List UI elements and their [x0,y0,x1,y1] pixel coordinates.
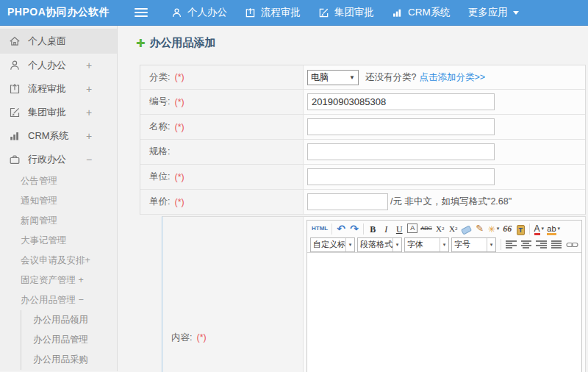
spec-input[interactable] [307,143,495,160]
undo-button[interactable]: ↶ [336,222,346,235]
nav-label: 集团审批 [334,6,374,19]
sidebar-item-office-supplies-mgmt[interactable]: 办公用品管理 − [0,290,117,310]
top-nav: 个人办公 流程审批 集团审批 CRM系统 更多应用 [171,6,519,19]
category-select[interactable]: 电脑 ▼ [307,70,359,85]
collapse-toggle[interactable]: − [86,154,92,165]
italic-button[interactable]: I [381,222,391,235]
add-plus-icon: ✚ [136,37,146,49]
highlight-icon: ab [547,225,556,235]
field-value-category: 电脑 ▼ 还没有分类? 点击添加分类>> [304,65,585,89]
sidebar-item-personal-office[interactable]: 个人办公 + [0,54,117,77]
caret-down-icon: ▾ [440,238,448,251]
label-text: 编号: [149,96,170,108]
sidebar-item-fixed-assets-mgmt[interactable]: 固定资产管理 + [0,271,117,290]
field-value-name [304,115,585,139]
expand-toggle[interactable]: + [86,130,92,142]
nav-more-apps[interactable]: 更多应用 [468,6,519,19]
hamburger-menu-icon[interactable] [135,8,148,17]
caret-down-icon [513,11,519,18]
sidebar-item-supplies-manage[interactable]: 办公用品管理 [21,330,117,350]
field-value-price: /元 非中文，如填写格式"2.68" [304,190,585,214]
font-color-button[interactable]: A▾ [534,222,544,235]
nav-personal-office[interactable]: 个人办公 [171,6,227,19]
subscript-button[interactable]: X2 [448,222,459,235]
underline-button[interactable]: U [394,222,404,235]
page-title: ✚ 办公用品添加 [136,35,588,51]
sidebar-item-personal-desktop[interactable]: 个人桌面 [0,29,117,54]
superscript-button[interactable]: X2 [435,222,445,235]
font-style-button[interactable]: A [407,223,417,233]
sidebar-sub-sub-menu: 办公用品领用 办公用品管理 办公用品采购 [21,310,117,370]
paste-plain-text-button[interactable]: T [515,222,526,235]
sidebar-label: 个人桌面 [28,35,66,48]
sidebar-sub-menu: 公告管理 通知管理 新闻管理 大事记管理 会议申请及安排+ 固定资产管理 + 办… [0,171,117,310]
bold-button[interactable]: B [368,222,378,235]
caret-down-icon: ▼ [349,74,355,81]
caret-down-icon: ▾ [542,223,545,235]
sidebar-item-notice-mgmt[interactable]: 通知管理 [0,191,117,211]
required-mark: (*) [174,72,184,82]
flow-submit-icon [9,83,21,95]
highlight-color-button[interactable]: ab▾ [547,222,560,235]
sidebar-item-supplies-requisition[interactable]: 办公用品领用 [21,310,117,330]
source-code-button[interactable]: HTML [312,222,328,235]
nav-group-approval[interactable]: 集团审批 [318,6,374,19]
content-editor-cell: HTML ↶ ↷ B I U A ABC X2 X2 [304,217,585,372]
label-text: 规格: [149,146,170,158]
expand-toggle[interactable]: + [86,83,92,95]
edit-icon [9,107,21,118]
sidebar-item-group-approval[interactable]: 集团审批 + [0,101,117,124]
caret-down-icon: ▾ [345,238,354,251]
nav-workflow-approval[interactable]: 流程审批 [245,6,301,19]
format-painter-button[interactable]: ✎ [475,222,485,235]
align-justify-button[interactable] [551,240,562,248]
custom-heading-select[interactable]: 自定义标题▾ [310,237,355,252]
sidebar-item-crm[interactable]: CRM系统 + [0,124,117,148]
form-row-code: 编号: (*) [140,90,585,115]
unit-input[interactable] [307,168,495,185]
field-label-content: 内容: (*) [162,217,304,372]
sidebar-item-admin-office[interactable]: 行政办公 − [0,148,117,171]
nav-label: CRM系统 [408,6,451,19]
align-right-button[interactable] [536,240,547,248]
content-form-section: 内容: (*) HTML ↶ ↷ B I U [162,216,586,372]
expand-toggle[interactable]: + [86,107,92,118]
price-input[interactable] [307,193,388,210]
auto-typeset-button[interactable]: ✳▾ [488,222,500,235]
main-content: ✚ 办公用品添加 分类: (*) 电脑 ▼ 还没有分类? [118,26,588,371]
sidebar-item-meeting-mgmt[interactable]: 会议申请及安排+ [0,251,117,271]
toolbar-separator [331,223,332,235]
add-category-link[interactable]: 点击添加分类>> [419,71,485,84]
align-left-button[interactable] [506,240,517,248]
code-input[interactable] [307,93,495,110]
required-mark: (*) [174,197,184,207]
toolbar-separator [529,223,530,235]
remove-format-button[interactable] [462,222,472,235]
expand-toggle[interactable]: + [86,60,92,71]
insert-link-button[interactable] [566,241,578,248]
font-family-select[interactable]: 字体▾ [404,237,449,252]
bar-chart-icon [9,130,21,142]
strikethrough-button[interactable]: ABC [420,222,432,235]
bar-chart-icon [392,7,403,18]
sidebar-item-memorabilia-mgmt[interactable]: 大事记管理 [0,231,117,251]
align-center-button[interactable] [521,240,532,248]
sidebar-item-workflow-approval[interactable]: 流程审批 + [0,77,117,101]
sidebar-item-news-mgmt[interactable]: 新闻管理 [0,211,117,231]
top-header: PHPOA协同办公软件 个人办公 流程审批 集团审批 CRM系统 更多应用 [0,0,588,26]
paragraph-format-select[interactable]: 段落格式▾ [357,237,402,252]
name-input[interactable] [307,118,495,135]
editor-content-area[interactable] [307,253,581,372]
blockquote-button[interactable]: 66 [502,222,512,235]
sidebar-item-announcement-mgmt[interactable]: 公告管理 [0,171,117,191]
sidebar-label: 流程审批 [28,82,66,96]
magic-wand-icon: ✳ [488,223,495,235]
editor-toolbar-row-1: HTML ↶ ↷ B I U A ABC X2 X2 [307,221,581,237]
clipboard-icon: T [517,225,525,235]
redo-button[interactable]: ↷ [349,222,359,235]
font-size-select[interactable]: 字号▾ [451,237,496,252]
nav-crm-system[interactable]: CRM系统 [392,6,451,19]
sidebar-item-supplies-purchase[interactable]: 办公用品采购 [21,350,117,370]
required-mark: (*) [196,332,206,343]
rich-text-editor: HTML ↶ ↷ B I U A ABC X2 X2 [306,220,582,372]
